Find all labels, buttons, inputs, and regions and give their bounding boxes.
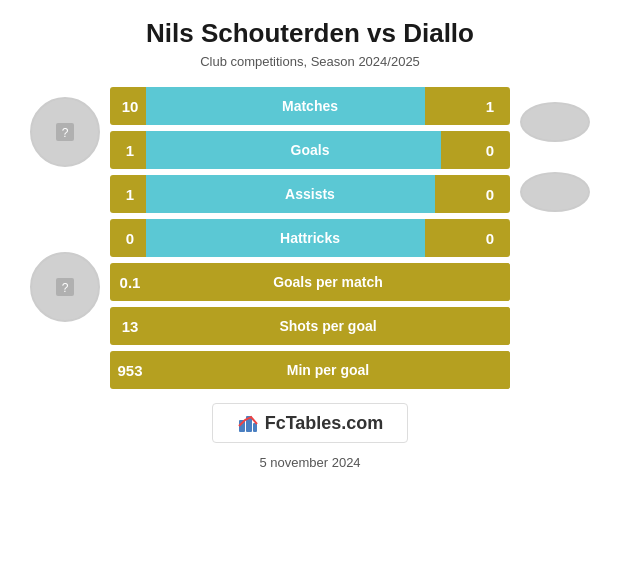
page-subtitle: Club competitions, Season 2024/2025 (200, 54, 420, 69)
date-footer: 5 november 2024 (259, 455, 360, 470)
stat-label: Hattricks (146, 230, 474, 246)
player1-avatar: ? (30, 97, 100, 167)
stat-bar-bg: Assists (146, 175, 474, 213)
page-title: Nils Schouterden vs Diallo (146, 18, 474, 49)
stat-label: Goals per match (146, 274, 510, 290)
stat-bar-bg: Min per goal (146, 351, 510, 389)
stat-left-value: 10 (110, 98, 146, 115)
stat-left-value: 0 (110, 230, 146, 247)
player2-avatar: ? (30, 252, 100, 322)
stat-row: 1Assists0 (110, 175, 510, 213)
left-avatars: ? ? (30, 97, 100, 322)
stat-bar-bg: Goals (146, 131, 474, 169)
stat-row: 0Hattricks0 (110, 219, 510, 257)
svg-text:?: ? (62, 281, 69, 295)
stat-right-value: 1 (474, 98, 510, 115)
main-content: ? ? 10Matches11Goals01Assists00Hattricks… (30, 87, 590, 389)
player2-right-avatar (520, 172, 590, 212)
stat-row: 0.1Goals per match (110, 263, 510, 301)
player1-right-avatar (520, 102, 590, 142)
page-container: Nils Schouterden vs Diallo Club competit… (0, 0, 620, 580)
stat-row: 1Goals0 (110, 131, 510, 169)
stats-section: 10Matches11Goals01Assists00Hattricks00.1… (110, 87, 510, 389)
stat-bar-bg: Matches (146, 87, 474, 125)
stat-row: 13Shots per goal (110, 307, 510, 345)
stat-label: Shots per goal (146, 318, 510, 334)
svg-text:?: ? (62, 126, 69, 140)
stat-right-value: 0 (474, 230, 510, 247)
stat-label: Matches (146, 98, 474, 114)
logo-area: FcTables.com (212, 403, 409, 443)
stat-bar-bg: Goals per match (146, 263, 510, 301)
stat-left-value: 1 (110, 142, 146, 159)
stat-label: Assists (146, 186, 474, 202)
stat-row: 10Matches1 (110, 87, 510, 125)
stat-label: Goals (146, 142, 474, 158)
stat-label: Min per goal (146, 362, 510, 378)
stat-left-value: 953 (110, 362, 146, 379)
stat-right-value: 0 (474, 186, 510, 203)
stat-bar-bg: Hattricks (146, 219, 474, 257)
logo-text: FcTables.com (265, 413, 384, 434)
right-avatars (520, 102, 590, 212)
stat-left-value: 13 (110, 318, 146, 335)
stat-left-value: 0.1 (110, 274, 146, 291)
stat-left-value: 1 (110, 186, 146, 203)
stat-right-value: 0 (474, 142, 510, 159)
fctables-icon (237, 412, 259, 434)
stat-bar-bg: Shots per goal (146, 307, 510, 345)
stat-row: 953Min per goal (110, 351, 510, 389)
